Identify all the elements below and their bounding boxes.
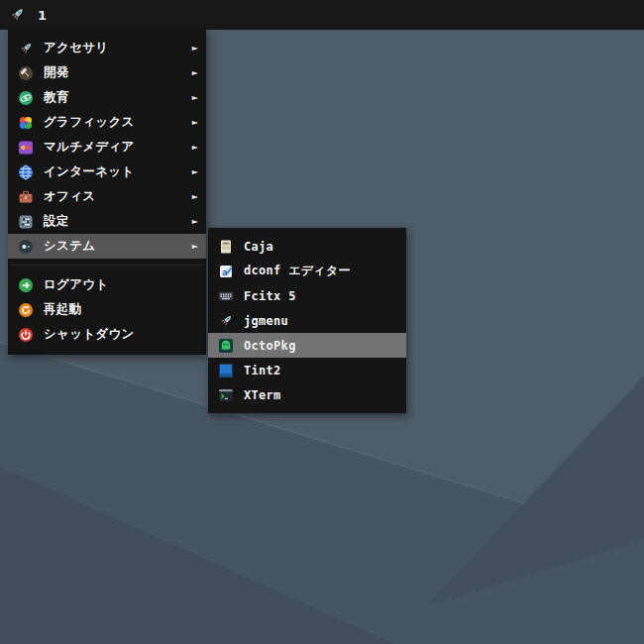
menu-item-label: 設定 — [44, 213, 69, 230]
education-globe-icon — [18, 90, 34, 106]
multimedia-icon — [18, 140, 34, 156]
submenu-item-label: XTerm — [244, 388, 281, 402]
submenu-item-xterm[interactable]: XTerm — [208, 382, 406, 407]
rocket-icon — [8, 6, 26, 24]
settings-icon — [18, 214, 34, 230]
svg-text:a: a — [222, 266, 228, 276]
menu-item-label: アクセサリ — [44, 40, 108, 56]
submenu-arrow-icon: ► — [192, 45, 198, 53]
menu-item-label: グラフィックス — [44, 114, 135, 131]
system-icon — [18, 239, 34, 255]
submenu-arrow-icon: ► — [192, 69, 198, 77]
submenu-item-jgmenu[interactable]: jgmenu — [208, 308, 406, 333]
workspace-indicator[interactable]: 1 — [35, 8, 50, 23]
menu-item-graphics[interactable]: グラフィックス ► — [8, 110, 206, 135]
menu-item-settings[interactable]: 設定 ► — [8, 209, 206, 234]
keyboard-icon — [218, 288, 234, 304]
octopkg-icon — [218, 338, 234, 354]
top-panel: 1 — [0, 0, 644, 30]
submenu-arrow-icon: ► — [192, 168, 198, 176]
root-menu: アクセサリ ► 開発 ► 教育 ► — [8, 30, 206, 355]
menu-item-label: ログアウト — [44, 276, 108, 293]
shutdown-icon — [18, 327, 34, 343]
office-briefcase-icon — [18, 189, 34, 205]
submenu-item-octopkg[interactable]: OctoPkg — [208, 333, 406, 358]
caja-file-manager-icon — [218, 239, 234, 255]
submenu-item-dconf-editor[interactable]: a dconf エディター — [208, 259, 406, 283]
submenu-item-label: dconf エディター — [244, 263, 351, 279]
menu-item-development[interactable]: 開発 ► — [8, 60, 206, 85]
menu-separator — [10, 265, 204, 266]
menu-item-multimedia[interactable]: マルチメディア ► — [8, 135, 206, 160]
submenu-arrow-icon: ► — [192, 218, 198, 226]
menu-item-accessories[interactable]: アクセサリ ► — [8, 36, 206, 60]
submenu-item-fcitx5[interactable]: Fcitx 5 — [208, 283, 406, 308]
menu-item-label: シャットダウン — [44, 326, 135, 343]
menu-item-label: オフィス — [44, 188, 95, 205]
submenu-item-label: Caja — [244, 240, 273, 254]
menu-item-office[interactable]: オフィス ► — [8, 184, 206, 209]
submenu-item-label: OctoPkg — [244, 339, 296, 353]
submenu-arrow-icon: ► — [192, 243, 198, 251]
menu-item-label: マルチメディア — [44, 139, 135, 156]
menu-item-logout[interactable]: ログアウト — [8, 272, 206, 297]
submenu-item-caja[interactable]: Caja — [208, 234, 406, 259]
menu-item-system[interactable]: システム ► — [8, 234, 206, 259]
terminal-icon — [218, 387, 234, 403]
submenu-item-label: Tint2 — [244, 364, 281, 377]
panel-launcher-button[interactable] — [8, 6, 26, 24]
submenu-arrow-icon: ► — [192, 119, 198, 127]
menu-item-internet[interactable]: インターネット ► — [8, 160, 206, 184]
menu-item-label: 教育 — [44, 89, 69, 106]
submenu-arrow-icon: ► — [192, 193, 198, 201]
reboot-icon — [18, 302, 34, 318]
system-submenu: Caja a dconf エディター — [208, 228, 406, 413]
internet-globe-icon — [18, 164, 34, 180]
logout-icon — [18, 277, 34, 293]
menu-item-reboot[interactable]: 再起動 — [8, 297, 206, 322]
menu-item-education[interactable]: 教育 ► — [8, 85, 206, 110]
menu-item-shutdown[interactable]: シャットダウン — [8, 322, 206, 347]
submenu-arrow-icon: ► — [192, 144, 198, 152]
submenu-item-tint2[interactable]: Tint2 — [208, 358, 406, 382]
menu-item-label: システム — [44, 238, 95, 255]
graphics-palette-icon — [18, 115, 34, 131]
menu-item-label: 再起動 — [44, 301, 81, 318]
menu-item-label: インターネット — [44, 163, 134, 180]
tint2-icon — [218, 363, 234, 378]
development-hammer-icon — [18, 65, 34, 81]
submenu-arrow-icon: ► — [192, 94, 198, 102]
submenu-item-label: Fcitx 5 — [244, 289, 296, 303]
menu-item-label: 開発 — [44, 64, 69, 81]
rocket-icon — [218, 313, 234, 329]
accessories-rocket-icon — [18, 41, 34, 56]
submenu-item-label: jgmenu — [244, 314, 288, 328]
dconf-editor-icon: a — [218, 264, 234, 279]
